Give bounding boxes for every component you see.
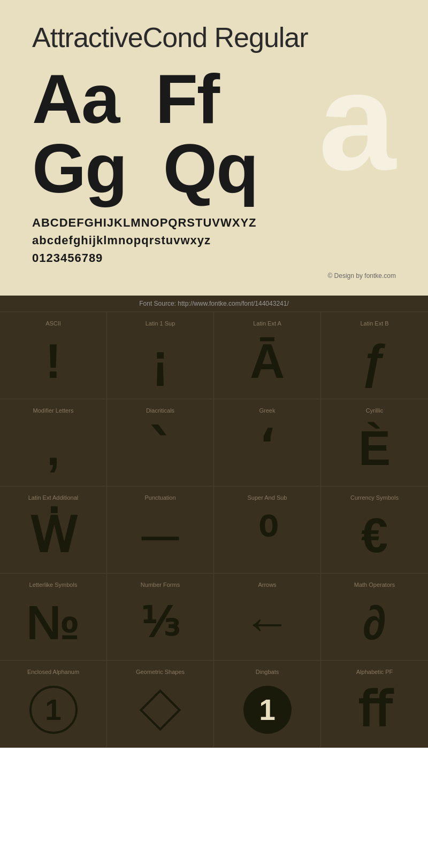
font-source: Font Source: http://www.fontke.com/font/… [0, 296, 428, 312]
char-label-modifier: Modifier Letters [33, 407, 74, 414]
char-display-superandsub: ⁰ [258, 509, 277, 562]
char-label-dingbats: Dingbats [256, 669, 279, 675]
letter-group: Aa Ff Gg Qq [32, 64, 257, 203]
char-display-numberforms: ⅓ [141, 596, 180, 649]
char-display-letterlike: № [26, 596, 80, 649]
char-cell-numberforms: Number Forms ⅓ [107, 574, 214, 661]
specimen-large: Aa Ff Gg Qq a [32, 64, 396, 203]
char-cell-latinexta: Latin Ext A Ā [214, 312, 321, 399]
char-label-geometric: Geometric Shapes [136, 669, 185, 675]
big-letters-row2: Gg Qq [32, 134, 257, 203]
char-label-mathop: Math Operators [354, 582, 395, 588]
char-label-arrows: Arrows [258, 582, 276, 588]
char-display-cyrillic: È [358, 422, 391, 475]
char-cell-ascii: ASCII ! [0, 312, 107, 399]
char-label-ascii: ASCII [45, 320, 61, 327]
char-cell-latinextb: Latin Ext B ƒ [321, 312, 428, 399]
enclosed-circle: 1 [29, 686, 78, 734]
char-label-greek: Greek [259, 407, 276, 414]
char-display-alphabeticpf: ﬀ [358, 683, 391, 737]
top-section: AttractiveCond Regular Aa Ff Gg Qq a ABC… [0, 0, 428, 296]
char-cell-arrows: Arrows ← [214, 574, 321, 661]
big-letters-row1: Aa Ff [32, 64, 257, 134]
filled-circle: 1 [243, 686, 292, 734]
char-cell-modifier: Modifier Letters , [0, 399, 107, 486]
char-display-latinextb: ƒ [361, 335, 388, 388]
char-label-punctuation: Punctuation [144, 494, 175, 501]
char-label-numberforms: Number Forms [141, 582, 180, 588]
char-display-currency: € [361, 509, 388, 562]
char-cell-punctuation: Punctuation — [107, 486, 214, 574]
uppercase-alphabet: ABCDEFGHIJKLMNOPQRSTUVWXYZ [32, 214, 396, 231]
char-display-arrows: ← [243, 596, 292, 649]
char-cell-latin1sup: Latin 1 Sup ¡ [107, 312, 214, 399]
char-label-cyrillic: Cyrillic [366, 407, 383, 414]
char-display-latinexta: Ā [250, 335, 285, 388]
char-cell-dingbats: Dingbats 1 [214, 661, 321, 748]
char-display-ascii: ! [45, 335, 62, 388]
char-cell-currency: Currency Symbols € [321, 486, 428, 574]
char-cell-diacriticals: Diacriticals ˋ [107, 399, 214, 486]
char-display-geometric [146, 683, 175, 737]
char-label-diacriticals: Diacriticals [146, 407, 174, 414]
char-cell-enclosed: Enclosed Alphanum 1 [0, 661, 107, 748]
char-display-diacriticals: ˋ [148, 422, 172, 475]
char-cell-greek: Greek ʻ [214, 399, 321, 486]
alphabet-section: ABCDEFGHIJKLMNOPQRSTUVWXYZ abcdefghijklm… [32, 214, 396, 267]
char-cell-latinextadd: Latin Ext Additional Ẇ [0, 486, 107, 574]
char-cell-alphabeticpf: Alphabetic PF ﬀ [321, 661, 428, 748]
char-label-enclosed: Enclosed Alphanum [27, 669, 79, 675]
char-label-superandsub: Super And Sub [247, 494, 287, 501]
char-display-modifier: , [47, 422, 60, 475]
copyright: © Design by fontke.com [32, 272, 396, 280]
char-label-latinextadd: Latin Ext Additional [28, 494, 79, 501]
char-cell-letterlike: Letterlike Symbols № [0, 574, 107, 661]
big-letter-bg: a [318, 59, 396, 184]
char-display-greek: ʻ [259, 422, 275, 475]
char-label-currency: Currency Symbols [350, 494, 399, 501]
digits: 0123456789 [32, 249, 396, 267]
char-cell-mathop: Math Operators ∂ [321, 574, 428, 661]
char-label-letterlike: Letterlike Symbols [29, 582, 78, 588]
char-label-latinextb: Latin Ext B [360, 320, 388, 327]
char-display-mathop: ∂ [363, 596, 386, 649]
char-label-latinexta: Latin Ext A [253, 320, 281, 327]
char-display-punctuation: — [142, 509, 179, 562]
diamond-icon [140, 689, 181, 731]
char-display-latin1sup: ¡ [152, 335, 169, 388]
char-cell-geometric: Geometric Shapes [107, 661, 214, 748]
char-cell-superandsub: Super And Sub ⁰ [214, 486, 321, 574]
char-grid: ASCII ! Latin 1 Sup ¡ Latin Ext A Ā Lati… [0, 312, 428, 748]
lowercase-alphabet: abcdefghijklmnopqrstuvwxyz [32, 231, 396, 249]
char-cell-cyrillic: Cyrillic È [321, 399, 428, 486]
char-label-alphabeticpf: Alphabetic PF [356, 669, 393, 675]
char-display-latinextadd: Ẇ [29, 509, 77, 562]
char-display-enclosed: 1 [29, 683, 78, 737]
bottom-section: Font Source: http://www.fontke.com/font/… [0, 296, 428, 748]
char-label-latin1sup: Latin 1 Sup [146, 320, 175, 327]
char-display-dingbats: 1 [243, 683, 292, 737]
